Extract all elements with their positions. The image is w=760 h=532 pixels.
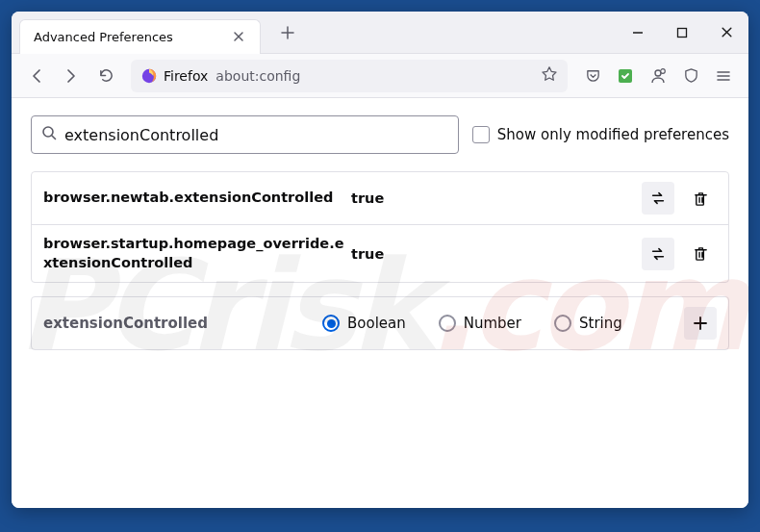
pocket-icon[interactable] <box>577 61 608 91</box>
search-row: Show only modified preferences <box>31 115 729 154</box>
radio-label: String <box>579 315 622 332</box>
delete-button[interactable] <box>684 238 717 270</box>
close-tab-icon[interactable] <box>231 29 246 44</box>
add-preference-name: extensionControlled <box>43 315 322 332</box>
forward-button[interactable] <box>56 61 87 91</box>
account-icon[interactable] <box>643 61 673 91</box>
tab-title: Advanced Preferences <box>34 30 173 44</box>
svg-point-4 <box>661 68 666 73</box>
toggle-button[interactable] <box>642 182 674 215</box>
add-preference-row: extensionControlled Boolean Number Strin… <box>31 296 729 350</box>
radio-icon <box>554 315 571 332</box>
url-text: about:config <box>215 68 300 84</box>
preference-row: browser.newtab.extensionControlled true <box>32 172 728 225</box>
type-radio-group: Boolean Number String <box>322 315 684 332</box>
checkbox-icon <box>472 126 490 143</box>
back-button[interactable] <box>21 61 52 91</box>
radio-boolean[interactable]: Boolean <box>322 315 406 332</box>
svg-rect-0 <box>678 28 687 37</box>
reload-button[interactable] <box>90 61 121 91</box>
nav-toolbar: Firefox about:config <box>12 54 748 98</box>
radio-icon <box>439 315 456 332</box>
new-tab-button[interactable] <box>274 19 301 46</box>
toolbar-right <box>577 61 739 91</box>
radio-string[interactable]: String <box>554 315 622 332</box>
radio-icon <box>322 315 340 332</box>
svg-point-3 <box>655 70 661 76</box>
titlebar: Advanced Preferences <box>12 12 748 54</box>
radio-number[interactable]: Number <box>439 315 521 332</box>
delete-button[interactable] <box>684 182 717 215</box>
preference-name: browser.startup.homepage_override.extens… <box>43 235 351 272</box>
toggle-button[interactable] <box>642 238 674 270</box>
extension-icon[interactable] <box>610 61 641 91</box>
add-button[interactable] <box>684 307 717 340</box>
search-box[interactable] <box>31 115 459 154</box>
search-icon <box>41 125 57 144</box>
maximize-button[interactable] <box>660 12 704 54</box>
browser-window: Advanced Preferences Firefox about:confi… <box>12 12 748 508</box>
window-controls <box>616 12 748 54</box>
tab-advanced-preferences[interactable]: Advanced Preferences <box>19 19 261 54</box>
radio-label: Number <box>464 315 521 332</box>
preference-actions <box>642 238 717 270</box>
firefox-logo-icon <box>140 67 158 85</box>
show-modified-checkbox[interactable]: Show only modified preferences <box>472 126 729 143</box>
protections-icon[interactable] <box>675 61 706 91</box>
preference-actions <box>642 182 717 215</box>
checkbox-label: Show only modified preferences <box>497 126 729 143</box>
preference-value: true <box>351 190 642 206</box>
preference-value: true <box>351 246 642 262</box>
url-bar[interactable]: Firefox about:config <box>131 60 568 92</box>
preference-name: browser.newtab.extensionControlled <box>43 189 351 208</box>
minimize-button[interactable] <box>616 12 660 54</box>
close-window-button[interactable] <box>704 12 748 54</box>
page-content: PCrisk.com Show only modified preference… <box>12 98 748 508</box>
search-input[interactable] <box>64 126 448 144</box>
preference-table: browser.newtab.extensionControlled true … <box>31 171 729 283</box>
bookmark-star-icon[interactable] <box>541 65 558 86</box>
identity-box[interactable]: Firefox <box>140 67 208 85</box>
radio-label: Boolean <box>347 315 406 332</box>
brand-label: Firefox <box>164 68 208 84</box>
app-menu-button[interactable] <box>708 61 739 91</box>
preference-row: browser.startup.homepage_override.extens… <box>32 225 728 282</box>
